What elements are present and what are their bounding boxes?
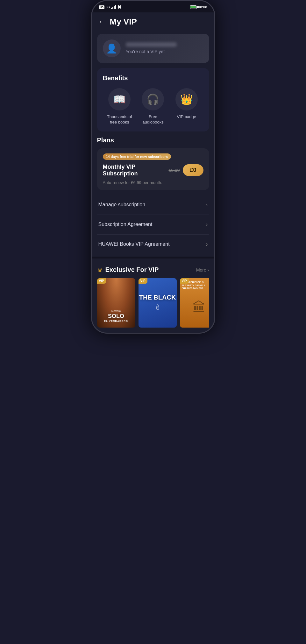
section-divider — [92, 257, 214, 258]
menu-label-manage: Manage subscription — [98, 202, 146, 208]
more-label: More — [196, 267, 206, 272]
more-chevron-icon: › — [208, 267, 209, 272]
time-display: 08:08 — [198, 5, 207, 9]
5g-indicator: 5G — [106, 5, 110, 9]
menu-label-huawei: HUAWEI Books VIP Agreement — [98, 241, 170, 247]
username-blur — [126, 42, 177, 47]
vip-badge-solo: VIP — [97, 278, 106, 284]
trial-badge: 14 days free trial for new subscribers — [103, 153, 171, 160]
chevron-icon-manage: › — [206, 202, 208, 208]
plan-pricing: £6.99 £0 — [168, 164, 203, 176]
benefit-label-badge: VIP badge — [177, 114, 196, 120]
menu-label-subscription: Subscription Agreement — [98, 222, 153, 227]
status-bar: HD 5G ⌘ 08:08 — [92, 1, 214, 12]
user-info: You're not a VIP yet — [126, 42, 203, 54]
books-icon-circle: 📖 — [108, 88, 131, 110]
plan-row: Monthly VIP Subscription £6.99 £0 — [103, 164, 203, 177]
user-icon: 👤 — [106, 43, 117, 54]
phone-frame: HD 5G ⌘ 08:08 ← My VIP — [91, 0, 215, 334]
menu-item-huawei-agreement[interactable]: HUAWEI Books VIP Agreement › — [97, 235, 209, 254]
chevron-icon-subscription: › — [206, 221, 208, 228]
page-title: My VIP — [110, 17, 137, 27]
vip-badge-classic: VIP — [180, 278, 189, 284]
battery-icon — [190, 5, 197, 9]
signal-bars — [111, 5, 116, 9]
benefit-label-audiobooks: Free audiobooks — [139, 114, 167, 125]
badge-icon: 👑 — [180, 93, 193, 105]
plan-card: 14 days free trial for new subscribers M… — [97, 148, 209, 190]
status-left: HD 5G ⌘ — [99, 5, 122, 10]
benefit-item-books: 📖 Thousands of free books — [105, 88, 134, 125]
menu-list: Manage subscription › Subscription Agree… — [97, 195, 209, 254]
books-icon: 📖 — [113, 93, 126, 105]
vip-exclusive-section: ♛ Exclusive For VIP More › Novela SOLO — [92, 261, 214, 333]
vip-section-header: ♛ Exclusive For VIP More › — [97, 266, 209, 274]
audiobooks-icon-circle: 🎧 — [142, 88, 164, 110]
benefits-grid: 📖 Thousands of free books 🎧 Free audiobo… — [103, 88, 203, 125]
benefits-title: Benefits — [103, 74, 203, 82]
avatar: 👤 — [103, 39, 121, 57]
menu-item-manage[interactable]: Manage subscription › — [97, 195, 209, 215]
more-button[interactable]: More › — [196, 267, 209, 272]
book-item-black[interactable]: THE BLACK 🕯 VIP — [139, 278, 177, 328]
menu-item-subscription-agreement[interactable]: Subscription Agreement › — [97, 215, 209, 235]
book-item-solo[interactable]: Novela SOLO EL VERDADERO VIP — [97, 278, 135, 328]
books-row: Novela SOLO EL VERDADERO VIP THE BLACK 🕯… — [97, 278, 209, 333]
benefit-item-badge: 👑 VIP badge — [172, 88, 201, 120]
benefits-section: Benefits 📖 Thousands of free books 🎧 Fre… — [97, 68, 209, 131]
vip-badge-black: VIP — [139, 278, 147, 284]
benefit-label-books: Thousands of free books — [105, 114, 134, 125]
crown-icon: ♛ — [97, 266, 103, 274]
promo-price-button[interactable]: £0 — [183, 164, 203, 176]
page-content: ← My VIP 👤 You're not a VIP yet Benefits… — [92, 12, 214, 333]
benefit-item-audiobooks: 🎧 Free audiobooks — [139, 88, 167, 125]
user-status: You're not a VIP yet — [126, 49, 165, 54]
badge-icon-circle: 👑 — [175, 88, 198, 110]
plans-title: Plans — [97, 137, 209, 144]
back-button[interactable]: ← — [98, 18, 105, 25]
book-item-classic[interactable]: FRIEDRICH ENGELSELIZABETH GASKELLCHARLES… — [180, 278, 209, 328]
header: ← My VIP — [92, 12, 214, 32]
plan-name: Monthly VIP Subscription — [103, 164, 169, 177]
vip-section-title: Exclusive For VIP — [105, 266, 159, 273]
plans-section: Plans 14 days free trial for new subscri… — [97, 137, 209, 190]
plan-note: Auto-renew for £6.99 per month. — [103, 180, 203, 185]
chevron-icon-huawei: › — [206, 241, 208, 248]
vip-title-row: ♛ Exclusive For VIP — [97, 266, 159, 274]
hd-badge: HD — [99, 5, 105, 9]
audiobooks-icon: 🎧 — [146, 93, 159, 105]
wifi-icon: ⌘ — [117, 5, 121, 10]
original-price: £6.99 — [168, 168, 180, 173]
user-card: 👤 You're not a VIP yet — [97, 34, 209, 63]
status-right: 08:08 — [190, 5, 207, 9]
